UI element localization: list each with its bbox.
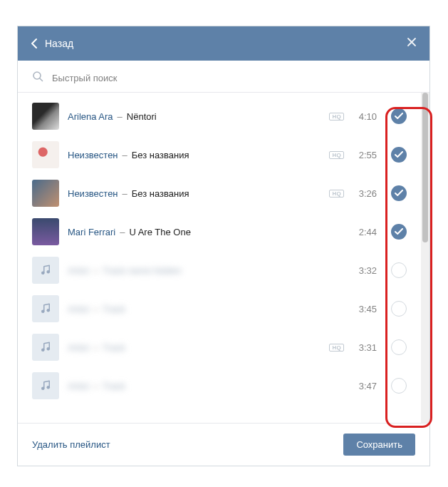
svg-point-6 (41, 349, 45, 352)
track-duration: 3:32 (353, 265, 377, 276)
track-info: Неизвестен – Без названия (68, 150, 321, 160)
track-duration: 4:10 (353, 111, 377, 122)
svg-point-7 (47, 347, 51, 351)
scrollbar-thumb[interactable] (422, 93, 428, 242)
track-row[interactable]: Artist – Track name hidden3:32 (18, 251, 421, 289)
separator: – (120, 227, 125, 237)
close-button[interactable] (407, 37, 417, 50)
search-input[interactable] (52, 73, 415, 83)
modal-header: Назад (18, 26, 429, 61)
track-list-wrap: Arilena Ara – NëntoriHQ4:10Неизвестен – … (18, 93, 429, 423)
track-checkbox[interactable] (391, 301, 407, 317)
track-artist[interactable]: Неизвестен (68, 150, 118, 160)
chevron-left-icon (31, 38, 38, 49)
playlist-modal: Назад Arilena Ara – NëntoriHQ4:10Неизвес… (17, 26, 430, 466)
track-row[interactable]: Неизвестен – Без названияHQ2:55 (18, 135, 421, 174)
search-row (18, 61, 429, 92)
track-duration: 3:26 (353, 188, 377, 199)
music-note-icon (32, 257, 59, 284)
hq-badge: HQ (329, 151, 344, 159)
track-artist[interactable]: Artist (68, 342, 89, 353)
track-checkbox[interactable] (391, 185, 407, 201)
track-title: Track (103, 381, 125, 391)
track-artist[interactable]: Неизвестен (68, 188, 118, 199)
track-info: Artist – Track (68, 342, 321, 353)
close-icon (407, 37, 417, 47)
track-info: Artist – Track name hidden (68, 265, 344, 276)
svg-point-5 (47, 309, 51, 312)
svg-line-1 (40, 78, 43, 81)
track-title: Без названия (132, 188, 189, 199)
track-duration: 2:55 (353, 150, 377, 160)
track-row[interactable]: Artist – Track3:47 (18, 366, 421, 405)
track-checkbox[interactable] (391, 262, 407, 278)
delete-playlist-link[interactable]: Удалить плейлист (32, 439, 110, 450)
save-button[interactable]: Сохранить (343, 434, 415, 456)
track-title: U Are The One (129, 227, 190, 237)
track-info: Arilena Ara – Nëntori (68, 111, 321, 122)
track-row[interactable]: Artist – TrackHQ3:31 (18, 328, 421, 366)
separator: – (93, 265, 98, 276)
modal-footer: Удалить плейлист Сохранить (18, 423, 429, 466)
separator: – (118, 111, 123, 122)
hq-badge: HQ (329, 113, 344, 121)
svg-point-3 (47, 270, 51, 274)
search-icon (32, 71, 43, 85)
track-title: Nëntori (127, 111, 157, 122)
track-duration: 3:45 (353, 304, 377, 314)
separator: – (123, 150, 127, 160)
music-note-icon (32, 372, 59, 399)
separator: – (93, 342, 98, 353)
music-note-icon (32, 334, 59, 361)
track-info: Artist – Track (68, 304, 344, 314)
track-list[interactable]: Arilena Ara – NëntoriHQ4:10Неизвестен – … (18, 93, 421, 423)
track-checkbox[interactable] (391, 378, 407, 394)
track-info: Artist – Track (68, 381, 344, 391)
track-artist[interactable]: Mari Ferrari (68, 227, 115, 237)
track-artist[interactable]: Artist (68, 265, 89, 276)
album-art (32, 180, 59, 207)
separator: – (93, 304, 98, 314)
track-duration: 3:31 (353, 342, 377, 353)
track-title: Track (103, 342, 125, 353)
hq-badge: HQ (329, 190, 344, 198)
track-checkbox[interactable] (391, 108, 407, 124)
track-info: Mari Ferrari – U Are The One (68, 227, 344, 237)
track-checkbox[interactable] (391, 147, 407, 163)
track-duration: 2:44 (353, 227, 377, 237)
album-art (32, 218, 59, 245)
album-art (32, 141, 59, 168)
track-artist[interactable]: Arilena Ara (68, 111, 113, 122)
track-artist[interactable]: Artist (68, 304, 89, 314)
track-row[interactable]: Неизвестен – Без названияHQ3:26 (18, 174, 421, 212)
track-row[interactable]: Arilena Ara – NëntoriHQ4:10 (18, 97, 421, 135)
track-title: Track (103, 304, 125, 314)
track-artist[interactable]: Artist (68, 381, 89, 391)
separator: – (123, 188, 127, 199)
back-button[interactable]: Назад (31, 38, 73, 49)
track-title: Track name hidden (103, 265, 182, 276)
svg-point-8 (41, 387, 45, 391)
track-row[interactable]: Mari Ferrari – U Are The One2:44 (18, 212, 421, 251)
track-duration: 3:47 (353, 381, 377, 391)
back-label: Назад (45, 38, 73, 49)
album-art (32, 103, 59, 130)
music-note-icon (32, 295, 59, 322)
svg-point-9 (47, 386, 51, 389)
hq-badge: HQ (329, 344, 344, 352)
svg-point-2 (41, 272, 45, 275)
track-checkbox[interactable] (391, 224, 407, 240)
track-row[interactable]: Artist – Track3:45 (18, 289, 421, 328)
track-checkbox[interactable] (391, 339, 407, 355)
svg-point-4 (41, 310, 45, 314)
track-title: Без названия (132, 150, 189, 160)
separator: – (93, 381, 98, 391)
scrollbar[interactable] (421, 93, 429, 423)
track-info: Неизвестен – Без названия (68, 188, 321, 199)
